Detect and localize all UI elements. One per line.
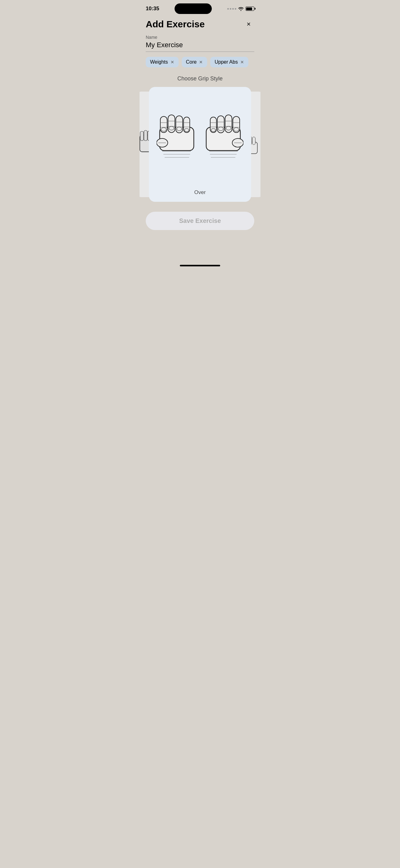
save-exercise-button[interactable]: Save Exercise [146,212,254,230]
name-label: Name [146,35,254,40]
home-bar [180,265,220,266]
wifi-icon [238,6,244,11]
grip-card-main[interactable]: Over [149,87,251,202]
left-fist-icon [157,113,197,163]
tag-core-remove[interactable]: ✕ [199,60,203,65]
tag-upper-abs-label: Upper Abs [214,59,238,65]
fist-pair [157,113,243,163]
svg-rect-2 [144,130,147,141]
dynamic-island [174,3,212,14]
tags-section: Weights ✕ Core ✕ Upper Abs ✕ [139,52,261,72]
tag-upper-abs-remove[interactable]: ✕ [240,60,244,65]
page-title: Add Exercise [146,19,205,30]
choose-grip-label: Choose Grip Style [139,72,261,87]
svg-rect-53 [253,137,256,145]
svg-rect-34 [218,116,224,133]
battery-icon [245,6,254,11]
status-time: 10:35 [146,6,159,12]
grip-image [149,87,251,189]
bottom-space [139,236,261,261]
name-section: Name My Exercise [139,35,261,52]
tag-core-label: Core [186,59,197,65]
tag-weights[interactable]: Weights ✕ [146,57,178,67]
name-input[interactable]: My Exercise [146,41,254,49]
right-fist-icon [203,113,243,163]
signal-icon [227,8,236,10]
tag-upper-abs[interactable]: Upper Abs ✕ [210,57,248,67]
tag-weights-label: Weights [150,59,168,65]
home-indicator [139,261,261,269]
close-button[interactable]: × [243,19,254,30]
grip-over-label: Over [194,189,206,195]
grip-carousel: Over [139,87,261,207]
status-bar: 10:35 [139,0,261,16]
svg-rect-12 [176,116,182,133]
tag-core[interactable]: Core ✕ [182,57,207,67]
status-icons [227,6,254,11]
svg-rect-1 [140,131,143,141]
tag-weights-remove[interactable]: ✕ [171,60,174,65]
save-btn-container: Save Exercise [139,207,261,236]
header: Add Exercise × [139,16,261,35]
